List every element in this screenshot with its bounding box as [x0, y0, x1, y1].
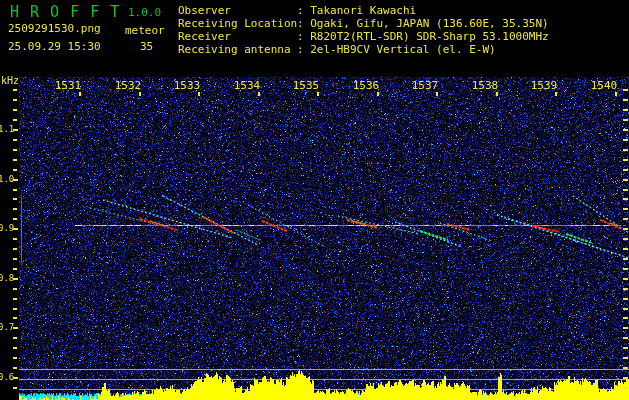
right-frequency-tick [623, 189, 628, 191]
right-frequency-tick [623, 278, 628, 280]
time-tick [79, 92, 81, 96]
station-info-row: Receiver: R820T2(RTL-SDR) SDR-Sharp 53.1… [178, 30, 549, 43]
frequency-minor-tick [13, 337, 17, 339]
station-info-value: : Takanori Kawachi [297, 4, 416, 17]
station-info-row: Observer: Takanori Kawachi [178, 4, 416, 17]
right-frequency-tick [623, 258, 628, 260]
right-frequency-tick [623, 228, 628, 230]
time-tick [258, 92, 260, 96]
right-frequency-tick [623, 139, 628, 141]
right-frequency-tick [623, 119, 628, 121]
time-tick-label: 1540 [587, 79, 621, 92]
time-tick [198, 92, 200, 96]
time-tick [377, 92, 379, 96]
echo-count: 35 [140, 40, 153, 53]
frequency-minor-tick [13, 288, 17, 290]
time-tick [555, 92, 557, 96]
right-frequency-tick [623, 327, 628, 329]
right-frequency-tick [623, 89, 628, 91]
frequency-minor-tick [13, 218, 17, 220]
frequency-tick-label: 1.1 [0, 124, 13, 134]
frequency-minor-tick [13, 248, 17, 250]
frequency-minor-tick [13, 208, 17, 210]
right-frequency-tick [623, 367, 628, 369]
frequency-tick-label: 0.7 [0, 322, 13, 332]
right-frequency-tick [623, 387, 628, 389]
right-frequency-tick [623, 129, 628, 131]
right-frequency-tick [623, 317, 628, 319]
frequency-major-tick [13, 228, 18, 230]
frequency-minor-tick [13, 387, 17, 389]
time-tick [496, 92, 498, 96]
right-frequency-tick [623, 99, 628, 101]
hrofft-window: H R O F F T 1.0.0 2509291530.png meteor … [0, 0, 629, 400]
time-tick-label: 1537 [408, 79, 442, 92]
time-tick [317, 92, 319, 96]
frequency-major-tick [13, 327, 18, 329]
right-frequency-tick [623, 208, 628, 210]
right-frequency-tick [623, 149, 628, 151]
right-frequency-tick [623, 248, 628, 250]
frequency-minor-tick [13, 347, 17, 349]
right-frequency-tick [623, 179, 628, 181]
frequency-minor-tick [13, 238, 17, 240]
right-frequency-tick [623, 198, 628, 200]
time-tick-label: 1539 [527, 79, 561, 92]
station-info-label: Receiving Location [178, 17, 297, 30]
mode-label: meteor [125, 24, 165, 37]
frequency-tick-label: 0.6 [0, 372, 13, 382]
frequency-minor-tick [13, 119, 17, 121]
right-frequency-tick [623, 159, 628, 161]
right-frequency-tick [623, 377, 628, 379]
station-info-label: Receiver [178, 30, 297, 43]
output-filename: 2509291530.png [8, 22, 101, 35]
app-version: 1.0.0 [128, 6, 161, 19]
station-info-row: Receiving antenna: 2el-HB9CV Vertical (e… [178, 43, 496, 56]
time-tick-label: 1536 [349, 79, 383, 92]
observation-timestamp: 25.09.29 15:30 [8, 40, 101, 53]
frequency-minor-tick [13, 159, 17, 161]
time-tick [139, 92, 141, 96]
frequency-minor-tick [13, 367, 17, 369]
right-frequency-tick [623, 308, 628, 310]
right-frequency-tick [623, 288, 628, 290]
frequency-minor-tick [13, 169, 17, 171]
station-info-value: : 2el-HB9CV Vertical (el. E-W) [297, 43, 496, 56]
right-frequency-tick [623, 218, 628, 220]
frequency-major-tick [13, 377, 18, 379]
right-frequency-tick [623, 109, 628, 111]
frequency-major-tick [13, 129, 18, 131]
frequency-minor-tick [13, 139, 17, 141]
frequency-minor-tick [13, 268, 17, 270]
station-info-row: Receiving Location: Ogaki, Gifu, JAPAN (… [178, 17, 549, 30]
time-tick-label: 1535 [289, 79, 323, 92]
right-frequency-tick [623, 298, 628, 300]
station-info-label: Receiving antenna [178, 43, 297, 56]
right-frequency-tick [623, 238, 628, 240]
frequency-tick-label: 1.0 [0, 174, 13, 184]
station-info-label: Observer [178, 4, 297, 17]
time-tick-label: 1534 [230, 79, 264, 92]
frequency-minor-tick [13, 89, 17, 91]
frequency-minor-tick [13, 109, 17, 111]
frequency-minor-tick [13, 298, 17, 300]
right-frequency-tick [623, 268, 628, 270]
right-frequency-tick [623, 357, 628, 359]
frequency-major-tick [13, 278, 18, 280]
frequency-minor-tick [13, 357, 17, 359]
station-info-value: : R820T2(RTL-SDR) SDR-Sharp 53.1000MHz [297, 30, 549, 43]
time-tick-label: 1531 [51, 79, 85, 92]
app-title: H R O F F T [10, 3, 120, 21]
right-frequency-tick [623, 169, 628, 171]
time-tick [615, 92, 617, 96]
frequency-minor-tick [13, 317, 17, 319]
spectrogram-canvas [0, 0, 629, 400]
frequency-major-tick [13, 179, 18, 181]
right-frequency-tick [623, 347, 628, 349]
right-frequency-tick [623, 337, 628, 339]
time-tick-label: 1538 [468, 79, 502, 92]
frequency-minor-tick [13, 149, 17, 151]
frequency-tick-label: 0.8 [0, 273, 13, 283]
frequency-minor-tick [13, 258, 17, 260]
station-info-value: : Ogaki, Gifu, JAPAN (136.60E, 35.35N) [297, 17, 549, 30]
